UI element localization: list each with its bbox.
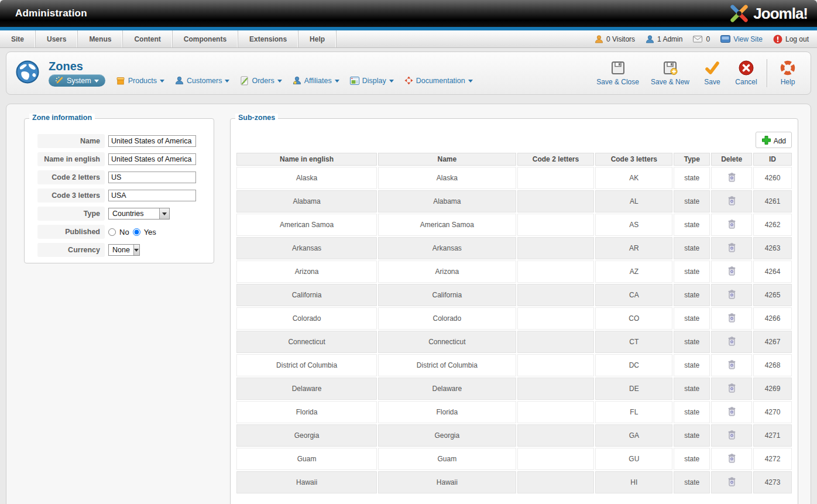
admin-person-icon — [646, 35, 654, 43]
column-header-code-3-letters[interactable]: Code 3 letters — [595, 153, 672, 166]
component-menu-display[interactable]: Display — [350, 77, 394, 85]
cell-delete — [711, 378, 752, 400]
component-menu-system[interactable]: System — [49, 74, 105, 87]
cancel-button[interactable]: Cancel — [729, 60, 763, 86]
toolbar-divider — [767, 59, 767, 87]
table-row: California California CA state 4265 — [236, 284, 792, 306]
delete-trash-icon[interactable] — [728, 360, 736, 369]
cell-id: 4269 — [753, 378, 792, 400]
component-menu-affiliates[interactable]: Affiliates — [293, 76, 339, 85]
delete-trash-icon[interactable] — [728, 430, 736, 440]
published-yes-radio[interactable] — [133, 228, 140, 236]
delete-trash-icon[interactable] — [728, 477, 736, 486]
delete-trash-icon[interactable] — [728, 407, 736, 416]
table-row: Connecticut Connecticut CT state 4267 — [236, 331, 792, 353]
column-header-type[interactable]: Type — [674, 153, 710, 166]
cell-type: state — [674, 424, 710, 447]
subzones-table: Name in english Name Code 2 letters Code… — [235, 152, 793, 495]
cell-code-2-letters — [517, 307, 595, 330]
name-in-english-label: Name in english — [37, 152, 105, 166]
admin-title: Administration — [15, 8, 87, 19]
cell-name: Connecticut — [378, 331, 516, 353]
currency-select[interactable]: None — [108, 244, 140, 256]
component-menu-label: System — [67, 77, 91, 85]
cell-name-in-english: Colorado — [236, 307, 377, 330]
cell-code-3-letters: FL — [595, 401, 672, 423]
cell-id: 4266 — [753, 307, 792, 330]
name-in-english-field[interactable] — [108, 153, 196, 165]
code-2-letters-field[interactable] — [108, 172, 196, 183]
cell-delete — [711, 448, 752, 470]
table-row: Alaska Alaska AK state 4260 — [236, 167, 792, 189]
save-close-button[interactable]: Save & Close — [591, 60, 645, 86]
published-no-radio[interactable] — [108, 228, 116, 236]
column-header-name[interactable]: Name — [378, 153, 516, 166]
component-menu-label: Customers — [187, 77, 222, 85]
messages-count: 0 — [706, 35, 710, 43]
save-close-floppy-icon — [610, 60, 626, 76]
zone-information-legend: Zone information — [29, 114, 95, 122]
save-new-button[interactable]: Save & New — [645, 60, 695, 86]
delete-trash-icon[interactable] — [728, 383, 736, 393]
help-button[interactable]: Help — [771, 60, 805, 86]
menu-tab-content[interactable]: Content — [123, 30, 172, 47]
cell-name-in-english: Alabama — [236, 190, 377, 212]
cell-type: state — [674, 214, 710, 236]
mail-icon — [693, 36, 703, 43]
delete-trash-icon[interactable] — [728, 290, 736, 299]
cell-id: 4260 — [753, 167, 792, 189]
currency-label: Currency — [37, 243, 105, 257]
menu-tab-help[interactable]: Help — [298, 30, 337, 47]
globe-icon — [16, 60, 39, 84]
cell-name: Arkansas — [378, 237, 516, 259]
component-menu-products[interactable]: Products — [116, 76, 164, 85]
messages-status[interactable]: 0 — [693, 35, 710, 43]
name-label: Name — [37, 134, 105, 148]
delete-trash-icon[interactable] — [728, 196, 736, 205]
customers-person-icon — [175, 76, 184, 85]
delete-trash-icon[interactable] — [728, 337, 736, 346]
cell-code-3-letters: GA — [595, 424, 672, 447]
cell-code-2-letters — [517, 401, 595, 423]
table-row: Arizona Arizona AZ state 4264 — [236, 260, 792, 283]
menu-tab-components[interactable]: Components — [173, 30, 238, 47]
name-field[interactable] — [108, 135, 196, 147]
help-ring-icon — [780, 60, 795, 76]
delete-trash-icon[interactable] — [728, 243, 736, 252]
delete-trash-icon[interactable] — [728, 454, 736, 463]
cell-code-2-letters — [517, 284, 595, 306]
delete-trash-icon[interactable] — [728, 220, 736, 229]
cell-name: District of Columbia — [378, 354, 516, 376]
view-site-link[interactable]: View Site — [720, 35, 763, 43]
logout-icon — [773, 35, 782, 44]
component-menu-documentation[interactable]: Documentation — [404, 76, 473, 85]
save-button[interactable]: Save — [695, 60, 729, 86]
logout-link[interactable]: Log out — [773, 35, 809, 44]
column-header-id[interactable]: ID — [753, 153, 792, 166]
cell-code-3-letters: AL — [595, 190, 672, 212]
cell-code-2-letters — [517, 237, 595, 259]
cell-code-3-letters: AK — [595, 167, 672, 189]
code-3-letters-field[interactable] — [108, 190, 196, 201]
component-menu-orders[interactable]: Orders — [240, 76, 282, 85]
cell-name: American Samoa — [378, 214, 516, 236]
column-header-name-in-english[interactable]: Name in english — [236, 153, 377, 166]
cell-delete — [711, 190, 752, 212]
table-row: Arkansas Arkansas AR state 4263 — [236, 237, 792, 259]
add-subzone-button[interactable]: Add — [756, 132, 792, 148]
column-header-code-2-letters[interactable]: Code 2 letters — [517, 153, 595, 166]
menu-tab-site[interactable]: Site — [0, 30, 36, 47]
menu-tab-menus[interactable]: Menus — [78, 30, 123, 47]
type-select[interactable]: Countries — [108, 208, 170, 220]
component-menu-customers[interactable]: Customers — [175, 76, 229, 85]
save-close-label: Save & Close — [596, 78, 639, 86]
cell-id: 4268 — [753, 354, 792, 376]
menu-tab-users[interactable]: Users — [36, 30, 78, 47]
menu-tab-extensions[interactable]: Extensions — [238, 30, 298, 47]
cell-type: state — [674, 190, 710, 212]
cell-name-in-english: Guam — [236, 448, 377, 470]
delete-trash-icon[interactable] — [728, 313, 736, 323]
delete-trash-icon[interactable] — [728, 173, 736, 182]
cell-delete — [711, 471, 752, 493]
delete-trash-icon[interactable] — [728, 266, 736, 276]
